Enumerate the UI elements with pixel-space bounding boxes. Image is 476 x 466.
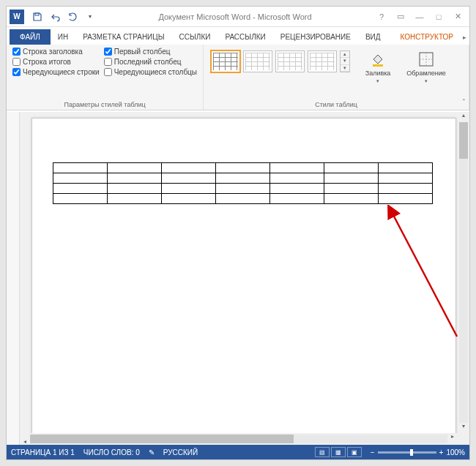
qat-customize-button[interactable]: ▾ bbox=[83, 10, 97, 24]
table-cell[interactable] bbox=[379, 163, 433, 173]
table-cell[interactable] bbox=[216, 194, 270, 204]
tab-references[interactable]: ССЫЛКИ bbox=[172, 29, 218, 45]
table-cell[interactable] bbox=[324, 194, 379, 204]
table-cell[interactable] bbox=[270, 194, 324, 204]
table-cell[interactable] bbox=[379, 184, 433, 194]
checkbox-banded-rows[interactable]: Чередующиеся строки bbox=[12, 68, 100, 76]
table-cell[interactable] bbox=[379, 173, 433, 184]
table-row[interactable] bbox=[53, 194, 433, 204]
maximize-button[interactable]: □ bbox=[430, 10, 447, 24]
document-table[interactable] bbox=[53, 162, 433, 204]
status-word-count[interactable]: ЧИСЛО СЛОВ: 0 bbox=[83, 448, 140, 456]
tab-home-truncated[interactable]: ИН bbox=[51, 29, 75, 45]
status-language[interactable]: РУССКИЙ bbox=[163, 448, 198, 456]
table-style-thumb-2[interactable] bbox=[243, 50, 272, 72]
table-row[interactable] bbox=[53, 163, 433, 173]
tab-page-layout[interactable]: РАЗМЕТКА СТРАНИЦЫ bbox=[75, 29, 171, 45]
proofing-icon[interactable]: ✎ bbox=[149, 448, 155, 456]
table-cell[interactable] bbox=[270, 173, 324, 184]
tab-review[interactable]: РЕЦЕНЗИРОВАНИЕ bbox=[273, 29, 358, 45]
table-cell[interactable] bbox=[162, 173, 216, 184]
table-cell[interactable] bbox=[324, 163, 379, 173]
table-row[interactable] bbox=[53, 184, 433, 194]
checkbox-first-col-input[interactable] bbox=[104, 48, 112, 56]
zoom-in-button[interactable]: + bbox=[439, 448, 444, 456]
scroll-up-button[interactable]: ▴ bbox=[458, 112, 469, 122]
table-style-thumb-1[interactable] bbox=[211, 50, 240, 72]
shading-button[interactable]: Заливка ▾ bbox=[356, 48, 400, 84]
checkbox-total-row[interactable]: Строка итогов bbox=[12, 58, 100, 66]
document-page[interactable] bbox=[31, 118, 456, 440]
table-cell[interactable] bbox=[379, 194, 433, 204]
view-print-layout-button[interactable]: ▦ bbox=[331, 447, 346, 457]
close-button[interactable]: ✕ bbox=[449, 10, 466, 24]
vertical-scrollbar[interactable]: ▴ ▾ bbox=[458, 112, 469, 433]
minimize-button[interactable]: — bbox=[411, 10, 428, 24]
view-web-layout-button[interactable]: ▣ bbox=[347, 447, 362, 457]
table-cell[interactable] bbox=[53, 173, 108, 184]
save-button[interactable] bbox=[30, 10, 45, 24]
scroll-thumb[interactable] bbox=[30, 435, 294, 443]
checkbox-total-row-input[interactable] bbox=[12, 58, 21, 66]
zoom-level[interactable]: 100% bbox=[446, 448, 465, 456]
tab-constructor[interactable]: КОНСТРУКТОР bbox=[393, 29, 461, 45]
table-cell[interactable] bbox=[108, 163, 162, 173]
scroll-thumb[interactable] bbox=[459, 122, 468, 159]
table-cell[interactable] bbox=[108, 184, 162, 194]
table-cell[interactable] bbox=[162, 194, 216, 204]
quick-access-toolbar: W ▾ bbox=[10, 10, 97, 24]
checkbox-header-row[interactable]: Строка заголовка bbox=[12, 48, 100, 56]
checkbox-last-col-input[interactable] bbox=[104, 58, 112, 66]
horizontal-scrollbar[interactable]: ◂ ▸ bbox=[20, 433, 458, 445]
scroll-down-button[interactable]: ▾ bbox=[458, 423, 469, 433]
tab-view[interactable]: ВИД bbox=[358, 29, 388, 45]
table-cell[interactable] bbox=[270, 184, 324, 194]
zoom-out-button[interactable]: − bbox=[371, 448, 375, 456]
checkbox-label: Строка заголовка bbox=[23, 48, 83, 56]
zoom-slider[interactable] bbox=[378, 451, 436, 454]
table-cell[interactable] bbox=[53, 184, 108, 194]
table-cell[interactable] bbox=[162, 184, 216, 194]
table-cell[interactable] bbox=[216, 184, 270, 194]
view-read-mode-button[interactable]: ▤ bbox=[315, 447, 330, 457]
checkbox-banded-cols-input[interactable] bbox=[104, 68, 112, 76]
tabs-overflow-button[interactable]: ▸ bbox=[461, 30, 468, 45]
vertical-ruler[interactable] bbox=[7, 112, 20, 445]
checkbox-banded-cols[interactable]: Чередующиеся столбцы bbox=[104, 68, 197, 76]
tab-file[interactable]: ФАЙЛ bbox=[10, 29, 51, 45]
status-page[interactable]: СТРАНИЦА 1 ИЗ 1 bbox=[11, 448, 75, 456]
table-cell[interactable] bbox=[324, 173, 379, 184]
checkbox-header-row-input[interactable] bbox=[12, 48, 21, 56]
table-cell[interactable] bbox=[53, 163, 108, 173]
redo-button[interactable] bbox=[65, 10, 80, 24]
scroll-track[interactable] bbox=[30, 435, 447, 443]
checkbox-banded-rows-input[interactable] bbox=[12, 68, 21, 76]
table-cell[interactable] bbox=[108, 173, 162, 184]
gallery-more-button[interactable]: ▾ bbox=[341, 65, 349, 72]
table-cell[interactable] bbox=[324, 184, 379, 194]
table-row[interactable] bbox=[53, 173, 433, 184]
gallery-down-button[interactable]: ▾ bbox=[341, 58, 349, 64]
table-cell[interactable] bbox=[108, 194, 162, 204]
zoom-slider-thumb[interactable] bbox=[410, 449, 413, 456]
collapse-ribbon-button[interactable]: ˆ bbox=[463, 99, 465, 107]
scroll-track[interactable] bbox=[459, 122, 468, 423]
ribbon-display-button[interactable]: ▭ bbox=[392, 10, 409, 24]
table-style-thumb-3[interactable] bbox=[275, 50, 305, 72]
tab-mailings[interactable]: РАССЫЛКИ bbox=[217, 29, 272, 45]
table-style-thumb-4[interactable] bbox=[308, 50, 337, 72]
checkbox-first-col[interactable]: Первый столбец bbox=[104, 48, 197, 56]
checkbox-label: Строка итогов bbox=[23, 58, 71, 66]
checkbox-last-col[interactable]: Последний столбец bbox=[104, 58, 197, 66]
table-cell[interactable] bbox=[216, 163, 270, 173]
gallery-up-button[interactable]: ▴ bbox=[341, 51, 349, 58]
scroll-right-button[interactable]: ▸ bbox=[447, 433, 458, 445]
undo-button[interactable] bbox=[48, 10, 62, 24]
table-cell[interactable] bbox=[270, 163, 324, 173]
document-viewport[interactable] bbox=[20, 112, 469, 445]
table-cell[interactable] bbox=[216, 173, 270, 184]
help-button[interactable]: ? bbox=[373, 10, 390, 24]
borders-button[interactable]: Обрамление ▾ bbox=[404, 48, 448, 84]
table-cell[interactable] bbox=[53, 194, 108, 204]
table-cell[interactable] bbox=[162, 163, 216, 173]
